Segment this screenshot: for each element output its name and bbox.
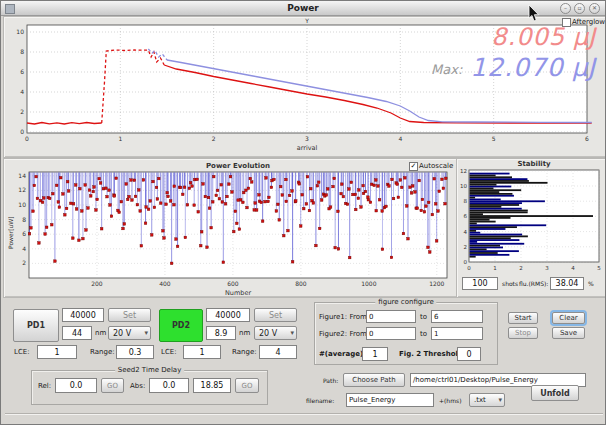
svg-text:14: 14 [18,172,26,179]
svg-text:12: 12 [460,168,467,174]
pd1-button[interactable]: PD1 [13,309,59,342]
pd1-nm-label: nm [95,329,106,337]
pd2-range-field[interactable]: 4 [259,345,297,359]
svg-text:0: 0 [20,128,24,135]
abs-total-field[interactable]: 18.85 [193,378,231,393]
rel-field[interactable]: 0.0 [55,378,97,393]
svg-text:6: 6 [585,135,589,142]
svg-text:6: 6 [464,213,468,219]
abs-go-button[interactable]: GO [235,378,259,393]
window-title: Power [1,1,605,15]
figure2-from-label: Figure2: From [319,330,367,338]
figure2-from-field[interactable]: 0 [366,327,416,340]
pd1-range-label: Range: [90,348,115,356]
figure1-to-field[interactable]: 6 [431,310,483,323]
pd1-set-button[interactable]: Set [108,308,151,322]
svg-text:1000: 1000 [361,280,376,287]
pd2-lce-field[interactable]: 1 [183,345,221,359]
svg-text:1: 1 [118,135,122,142]
extension-dropdown[interactable]: .txt ▾ [469,393,505,407]
svg-text:4: 4 [571,265,575,271]
close-icon[interactable]: ✕ [589,3,600,14]
rms-field[interactable]: 38.04 [550,277,584,290]
svg-text:3: 3 [545,265,549,271]
autoscale-label: Autoscale [419,162,453,170]
autoscale-checkbox[interactable]: ✓ [409,162,418,171]
svg-text:8: 8 [22,216,26,223]
abs-label: Abs: [130,382,145,390]
figure2-to-field[interactable]: 1 [431,327,483,340]
shots-field[interactable]: 100 [462,277,498,290]
pd1-voltage-dropdown[interactable]: 20 V ▾ [108,326,151,340]
svg-text:400: 400 [159,280,171,287]
pd2-set-button[interactable]: Set [254,308,297,322]
power-window: Power – ▫ ✕ 02468100123456Yarrival After… [0,0,606,425]
pd2-voltage-dropdown[interactable]: 20 V ▾ [254,326,297,340]
pd2-wavelength-field[interactable]: 8.9 [206,326,236,340]
max-energy-value: 12.070 [470,53,563,82]
shots-label: shots [502,280,518,287]
pd1-lce-label: LCE: [14,348,30,356]
svg-text:10: 10 [18,201,26,208]
clear-button[interactable]: Clear [552,312,585,324]
svg-text:3: 3 [305,135,309,142]
max-energy-prefix: Max: [431,62,462,77]
pd2-counts-field[interactable]: 40000 [206,308,250,322]
mouse-cursor [528,5,540,23]
abs-field[interactable]: 0.0 [149,378,189,393]
svg-text:Number: Number [225,289,251,296]
maximize-icon[interactable]: ▫ [574,3,585,14]
svg-text:6: 6 [20,68,24,75]
choose-path-button[interactable]: Choose Path [343,373,405,387]
svg-text:2: 2 [22,259,26,266]
rel-go-button[interactable]: GO [101,378,124,393]
max-energy-unit: µJ [572,53,595,82]
start-button[interactable]: Start [508,312,538,324]
pd2-lce-label: LCE: [161,348,177,356]
current-energy-value: 8.005 [491,23,565,51]
chevron-down-icon: ▾ [498,394,502,407]
suffix-label: +(hms) [439,397,461,404]
current-energy-readout: 8.005 µJ [491,23,595,51]
figure1-from-field[interactable]: 0 [366,310,416,323]
chevron-down-icon: ▾ [290,327,294,340]
pd2-voltage-value: 20 V [259,329,277,338]
pd2-button[interactable]: PD2 [159,309,203,342]
stop-button[interactable]: Stop [508,327,538,339]
power-evolution-chart: 246810121420040060080010001200Power Evol… [3,158,456,296]
svg-text:2: 2 [519,265,523,271]
evolution-y-axis-label: Power[uW] [7,216,14,249]
titlebar[interactable]: Power – ▫ ✕ [1,1,605,16]
svg-text:8: 8 [464,198,468,204]
save-button[interactable]: Save [552,327,585,339]
minimize-icon[interactable]: – [560,3,571,14]
filename-field[interactable]: Pulse_Energy [346,393,434,407]
pd1-lce-field[interactable]: 1 [37,345,77,359]
figure-configure-title: figure configure [375,298,436,306]
stability-chart: 024681012012345Stability [456,158,605,276]
percent-label: % [588,280,594,287]
svg-text:4: 4 [398,135,402,142]
seed2-delay-title: Seed2 Time Delay [115,366,185,374]
svg-text:8: 8 [20,48,24,55]
pd1-counts-field[interactable]: 40000 [62,308,104,322]
svg-text:10: 10 [460,183,467,189]
pd2-range-label: Range: [232,348,257,356]
fig2-threshold-field[interactable]: 0 [457,347,481,361]
figure2-to-label: to [420,330,427,338]
svg-text:4: 4 [464,229,468,235]
svg-text:1: 1 [493,265,497,271]
pd1-wavelength-field[interactable]: 44 [62,326,92,340]
figure1-from-label: Figure1: From [319,313,367,321]
pd1-range-field[interactable]: 0.3 [116,345,154,359]
filename-label: filename: [306,397,334,404]
fig2-threshold-label: Fig. 2 Threshold: [399,350,466,358]
svg-text:2: 2 [20,108,24,115]
average-field[interactable]: 1 [362,347,388,361]
svg-text:6: 6 [22,230,26,237]
svg-text:12: 12 [18,186,26,193]
unfold-button[interactable]: Unfold [531,385,579,401]
svg-text:arrival: arrival [297,144,318,152]
svg-text:5: 5 [597,265,601,271]
svg-text:10: 10 [16,28,24,35]
